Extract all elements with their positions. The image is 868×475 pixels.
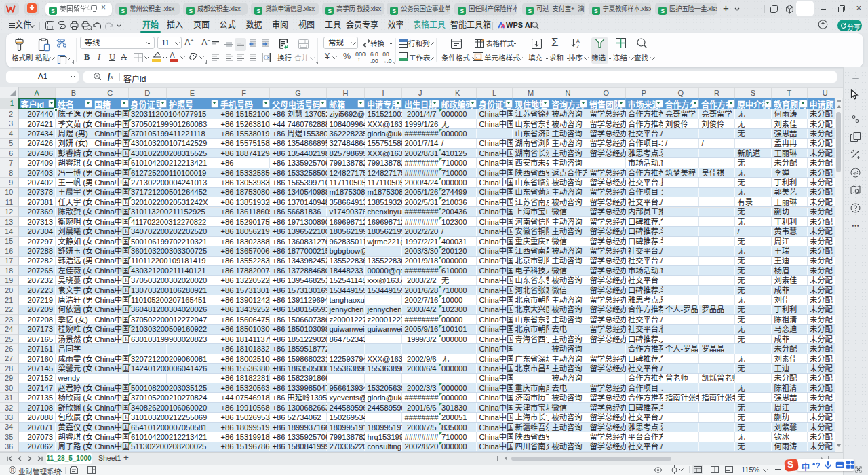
svg-text:R: R — [11, 468, 14, 472]
